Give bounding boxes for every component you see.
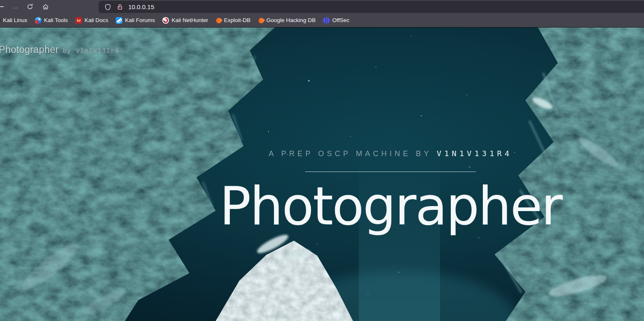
screen: { "browser": { "toolbar": { "back_icon":… [0,0,644,321]
site-brand-title: Photographer [0,44,59,55]
bookmark-kali-docs[interactable]: Kali Docs [75,16,109,25]
insecure-connection-lock-icon[interactable] [116,3,124,11]
site-brand[interactable]: Photographer by v1n1v131r4 [0,44,119,55]
canyon-background-photo [0,27,644,321]
bookmark-label: OffSec [332,17,349,23]
back-arrow-icon[interactable] [0,6,4,7]
kali-tools-icon [35,17,42,24]
bookmark-label: Exploit-DB [224,17,251,23]
url-bar[interactable]: 10.0.0.15 [99,1,644,13]
bookmark-label: Kali NetHunter [172,17,208,23]
reload-icon[interactable] [25,1,35,12]
bookmark-label: Google Hacking DB [266,17,316,23]
bookmark-google-hacking-db[interactable]: Google Hacking DB [257,16,317,25]
bookmark-exploit-db[interactable]: Exploit-DB [215,16,251,25]
forward-arrow-icon[interactable]: → [10,1,20,12]
bookmark-offsec[interactable]: OffSec [322,16,350,25]
bookmark-kali-linux[interactable]: Kali Linux [0,16,28,25]
home-icon[interactable] [40,1,51,12]
bookmark-label: Kali Forums [125,17,155,23]
google-hacking-db-icon [257,17,265,24]
kali-forums-icon [116,17,122,24]
kali-nethunter-icon [162,17,169,24]
kali-linux-icon [0,17,0,24]
browser-toolbar: → 10.0.0.15 [0,0,644,13]
bookmarks-toolbar: Kali Linux Kali Tools Kali Docs Kali For… [0,13,644,27]
offsec-icon [323,17,330,24]
bookmark-kali-forums[interactable]: Kali Forums [115,16,156,25]
bookmark-kali-tools[interactable]: Kali Tools [34,16,69,25]
bookmark-label: Kali Linux [3,17,27,23]
site-brand-byline: by v1n1v131r4 [62,47,119,55]
bookmark-label: Kali Tools [44,17,68,23]
kali-docs-icon [75,17,82,24]
exploit-db-icon [215,17,222,24]
page-viewport: Photographer by v1n1v131r4 A PREP OSCP M… [0,27,644,321]
bookmark-label: Kali Docs [85,17,108,23]
url-text[interactable]: 10.0.0.15 [128,3,154,10]
tracking-protection-shield-icon[interactable] [104,3,112,11]
bookmark-kali-nethunter[interactable]: Kali NetHunter [162,16,209,25]
